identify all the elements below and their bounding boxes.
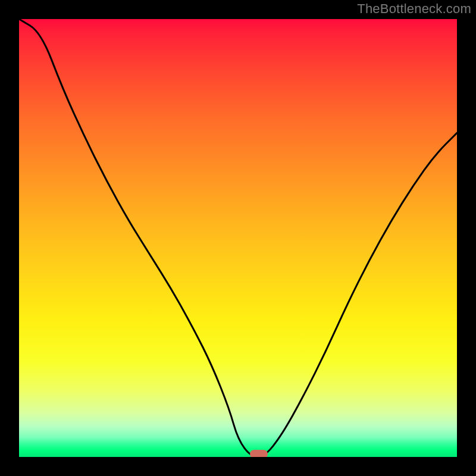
bottleneck-curve xyxy=(19,19,457,457)
plot-area xyxy=(19,19,457,457)
optimal-marker xyxy=(250,450,268,457)
watermark-text: TheBottleneck.com xyxy=(357,1,471,17)
chart-root: TheBottleneck.com xyxy=(0,0,476,476)
